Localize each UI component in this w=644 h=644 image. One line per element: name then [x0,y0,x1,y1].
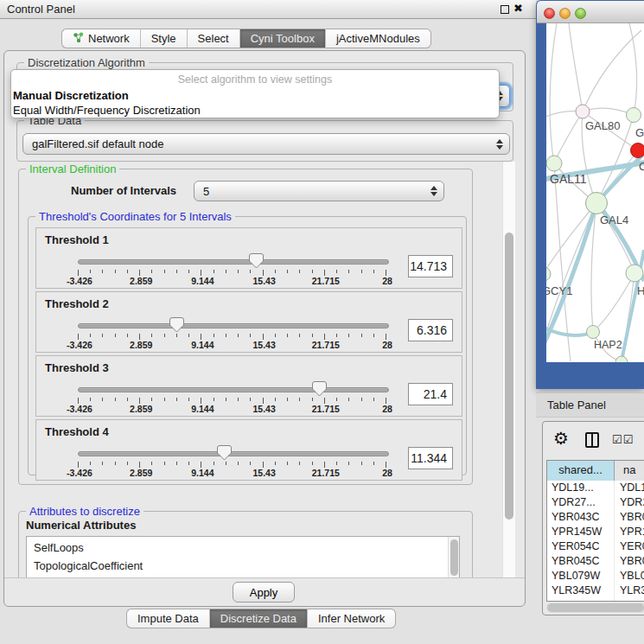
tab-network[interactable]: Network [61,29,140,48]
tab-discretize-data[interactable]: Discretize Data [209,609,307,628]
slider-thumb[interactable] [169,316,184,333]
list-scrollbar[interactable] [448,537,459,577]
tab-jactivemnodules[interactable]: jActiveMNodules [325,29,431,48]
tick-label: -3.426 [49,404,110,414]
network-icon [73,32,84,46]
slider-thumb[interactable] [249,252,264,269]
tab-select[interactable]: Select [187,29,239,48]
network-node[interactable] [631,143,644,158]
network-edge[interactable] [554,112,583,163]
network-node[interactable] [626,265,643,282]
tab-cyni-toolbox[interactable]: Cyni Toolbox [239,29,325,48]
cell-shared-name: YIL052C [547,598,615,602]
network-edge[interactable] [569,23,583,112]
algorithm-option[interactable]: Equal Width/Frequency Discretization [13,104,201,117]
algorithm-option[interactable]: Manual Discretization [13,89,129,102]
table-row[interactable]: YBR043CYBR0 [547,510,644,525]
tab-label: Cyni Toolbox [251,32,315,45]
close-traffic-light[interactable] [544,8,555,19]
table-horizontal-scrollbar[interactable] [546,603,644,613]
network-node[interactable] [546,156,562,171]
table-row[interactable]: YDL19...YDL1 [547,481,644,495]
node-label: GAL80 [585,119,620,132]
number-of-intervals-label: Number of Intervals [71,184,176,197]
column-header-shared[interactable]: shared... [547,461,615,481]
tab-infer-network[interactable]: Infer Network [307,609,396,628]
threshold-box: Threshold 1-3.4262.8599.14415.4321.71528… [35,227,462,289]
tick-label: -3.426 [49,468,110,478]
cell-name: YBL0 [615,569,644,583]
tick-label: 21.715 [296,404,356,414]
threshold-value-field[interactable]: 14.713 [408,255,453,277]
tick-label: 21.715 [296,340,356,350]
cell-name: YDR2 [615,495,644,510]
tab-style[interactable]: Style [140,29,187,48]
table-hscrollbar-thumb[interactable] [547,603,644,612]
number-of-intervals-combobox[interactable]: 5 [194,181,444,201]
cell-name: YPR1 [615,525,644,539]
network-node[interactable] [576,105,590,118]
table-row[interactable]: YDR27...YDR2 [547,495,644,510]
list-scrollbar-thumb[interactable] [450,539,458,576]
network-edge[interactable] [550,23,557,163]
slider-track[interactable] [78,387,389,392]
tick-label: 9.144 [172,276,233,286]
cell-shared-name: YBR043C [547,510,615,525]
tick-label: 15.43 [234,404,295,414]
float-window-icon[interactable] [501,5,509,14]
settings-scrollbar[interactable] [502,162,515,577]
network-node[interactable] [587,326,600,339]
tick-label: 9.144 [172,340,233,350]
network-node[interactable] [627,108,641,123]
table-row[interactable]: YIL052CYIL0 [547,598,644,602]
threshold-value-field[interactable]: 21.4 [408,383,453,405]
screen: Control Panel ✖ NetworkStyleSelectCyni T… [0,0,644,644]
tab-impute-data[interactable]: Impute Data [126,609,209,628]
slider-track[interactable] [78,323,389,328]
cell-name: YIL0 [615,598,644,602]
zoom-traffic-light[interactable] [575,8,586,19]
tick-label: 15.43 [234,340,295,350]
threshold-box: Threshold 2-3.4262.8599.14415.4321.71528… [35,291,462,353]
table-row[interactable]: YLR345WYLR3 [547,583,644,598]
table-row[interactable]: YER054CYER0 [547,539,644,554]
gear-icon[interactable]: ⚙ [553,428,569,449]
list-item[interactable]: TopologicalCoefficient [27,557,459,575]
tick-label: 2.859 [111,276,171,286]
table-row[interactable]: YPR145WYPR1 [547,525,644,539]
network-node[interactable] [615,356,628,362]
network-node[interactable] [586,193,608,214]
node-label: GCY1 [546,284,572,297]
close-icon[interactable]: ✖ [513,2,523,15]
threshold-value-field[interactable]: 11.344 [408,447,453,469]
list-item[interactable]: SelfLoops [27,539,459,557]
columns-icon[interactable] [585,432,599,448]
threshold-value-field[interactable]: 6.316 [408,319,453,341]
apply-button[interactable]: Apply [233,582,295,603]
slider-thumb[interactable] [312,380,327,397]
cell-name: YDL1 [615,481,644,495]
slider-thumb[interactable] [217,444,232,461]
tab-label: jActiveMNodules [336,32,420,45]
combo-arrows-icon [496,139,503,150]
table-row[interactable]: YBR045CYBR0 [547,554,644,569]
table-header: shared... na [547,461,644,481]
column-header-name[interactable]: na [615,461,644,481]
minimize-traffic-light[interactable] [559,8,571,19]
tab-label: Network [88,32,130,45]
numerical-attributes-list[interactable]: SelfLoopsTopologicalCoefficientBetweenne… [26,536,460,577]
slider-track[interactable] [78,451,389,456]
slider-track[interactable] [78,259,389,265]
network-edge[interactable] [629,23,637,115]
network-edge[interactable] [583,30,641,112]
checkbox-icons[interactable]: ☑☑ [612,433,634,446]
cell-shared-name: YDR27... [547,495,615,510]
table-row[interactable]: YBL079WYBL0 [547,569,644,583]
network-node[interactable] [546,267,551,281]
network-canvas[interactable]: GAL80GACGAL11GAL4GCY1HHAP2 [546,23,644,362]
cell-shared-name: YBR045C [547,554,615,569]
tick-label: 15.43 [234,276,295,286]
settings-scrollbar-thumb[interactable] [505,233,513,520]
tick-label: 9.144 [172,404,233,414]
table-data-combobox[interactable]: galFiltered.sif default node [22,133,510,155]
